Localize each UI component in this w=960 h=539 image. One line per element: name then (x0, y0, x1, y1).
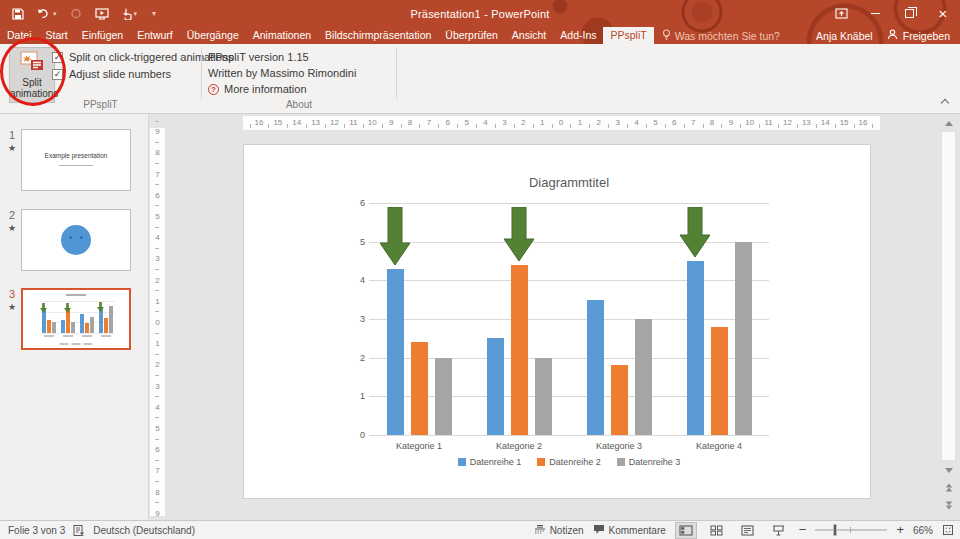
bar-datenreihe-3-cat2[interactable] (535, 358, 552, 435)
bar-datenreihe-1-cat3[interactable] (587, 300, 604, 435)
legend-item-datenreihe-2[interactable]: Datenreihe 2 (537, 457, 601, 467)
scroll-down-button[interactable] (941, 463, 956, 477)
language-status[interactable]: Deutsch (Deutschland) (93, 525, 195, 536)
tab-animationen[interactable]: Animationen (246, 27, 318, 44)
customize-qat-icon[interactable]: ▾ (152, 9, 156, 18)
mini-down-arrow-shape (64, 299, 71, 317)
slide-thumbnail-1[interactable]: Example presentation (21, 129, 131, 191)
tab--berpr-fen[interactable]: Überprüfen (438, 27, 505, 44)
undo-dropdown-caret[interactable]: ▾ (53, 10, 57, 18)
tab-entwurf[interactable]: Entwurf (130, 27, 180, 44)
normal-view-button[interactable] (675, 522, 697, 539)
undo-icon[interactable]: ▾ (37, 8, 57, 19)
horizontal-ruler-active-area: 1615141312111098765432101234567891011121… (243, 116, 880, 130)
zoom-slider-thumb[interactable] (833, 524, 837, 536)
tab-ppsplit[interactable]: PPspliT (603, 27, 653, 44)
vertical-ruler[interactable]: 9876543210123456789 (150, 128, 165, 516)
next-slide-button[interactable] (941, 498, 956, 512)
tab-add-ins[interactable]: Add-Ins (553, 27, 603, 44)
slide-editing-area[interactable]: Diagrammtitel 0123456Kategorie 1Kategori… (243, 144, 871, 499)
bar-datenreihe-3-cat3[interactable] (635, 319, 652, 435)
green-down-arrow-shape[interactable] (680, 207, 710, 261)
bar-datenreihe-1-cat4[interactable] (687, 261, 704, 435)
v-ruler-number: 6 (155, 445, 159, 454)
horizontal-ruler[interactable]: 1615141312111098765432101234567891011121… (150, 116, 938, 130)
tab-einf-gen[interactable]: Einfügen (75, 27, 130, 44)
slide-counter[interactable]: Folie 3 von 3 (8, 525, 65, 536)
zoom-slider[interactable] (815, 524, 887, 536)
y-axis-label: 0 (341, 430, 365, 440)
touch-mouse-mode-icon[interactable]: ▾ (122, 8, 138, 20)
h-ruler-number: 9 (729, 118, 733, 127)
bar-datenreihe-1-cat2[interactable] (487, 338, 504, 435)
save-icon[interactable] (12, 8, 24, 20)
chart-title[interactable]: Diagrammtitel (369, 175, 769, 190)
tab-start[interactable]: Start (39, 27, 75, 44)
previous-slide-button[interactable] (941, 480, 956, 494)
bar-datenreihe-3-cat4[interactable] (735, 242, 752, 435)
bar-datenreihe-2-cat1[interactable] (411, 342, 428, 435)
checkbox-row-1[interactable]: ✓Split on click-triggered animations (52, 49, 233, 65)
mini-category-label-placeholder (82, 335, 92, 337)
bar-datenreihe-1-cat1[interactable] (387, 269, 404, 435)
comments-toggle[interactable]: Kommentare (593, 524, 666, 537)
tab-datei[interactable]: Datei (0, 27, 39, 44)
minimize-button[interactable] (858, 0, 892, 27)
more-information-link[interactable]: ? More information (208, 81, 356, 97)
collapse-ribbon-icon[interactable] (942, 100, 949, 107)
h-ruler-number: 3 (502, 118, 506, 127)
slide-thumbnail-2[interactable] (21, 209, 131, 271)
y-axis-label: 6 (341, 198, 365, 208)
ruler-tick (155, 184, 159, 185)
zoom-in-button[interactable]: + (896, 525, 904, 535)
mini-category-label-placeholder (63, 335, 73, 337)
green-down-arrow-shape[interactable] (504, 207, 534, 265)
checkbox-2[interactable]: ✓ (52, 69, 63, 80)
scroll-up-button[interactable] (941, 116, 956, 130)
tab-bildschirmpr-sentation[interactable]: Bildschirmpräsentation (318, 27, 438, 44)
touch-mode-dropdown-caret[interactable]: ▾ (134, 10, 138, 18)
circle-eye (69, 236, 72, 239)
vertical-scrollbar[interactable] (939, 116, 958, 520)
bar-datenreihe-2-cat4[interactable] (711, 327, 728, 435)
split-animations-button[interactable]: Split animations (9, 47, 55, 103)
gridline (369, 319, 769, 320)
restore-button[interactable] (892, 0, 926, 27)
ruler-tick (155, 290, 159, 291)
fit-to-window-icon[interactable] (942, 524, 954, 536)
legend-item-datenreihe-1[interactable]: Datenreihe 1 (458, 457, 522, 467)
notes-label: Notizen (550, 525, 584, 536)
proofing-status-icon[interactable] (73, 524, 85, 536)
chart-legend[interactable]: Datenreihe 1Datenreihe 2Datenreihe 3 (369, 457, 769, 467)
checkbox-1[interactable]: ✓ (52, 52, 63, 63)
ribbon-display-options-icon[interactable] (824, 0, 858, 27)
reading-view-button[interactable] (737, 522, 759, 539)
more-information-label: More information (224, 83, 307, 95)
notes-toggle[interactable]: Notizen (534, 524, 584, 536)
slide-thumbnail-3[interactable] (21, 288, 131, 350)
legend-label: Datenreihe 1 (470, 457, 522, 467)
zoom-out-button[interactable]: − (799, 525, 807, 535)
gridline (369, 435, 769, 436)
zoom-percentage[interactable]: 66% (913, 525, 933, 536)
tab--berg-nge[interactable]: Übergänge (180, 27, 246, 44)
close-button[interactable]: × (926, 0, 960, 27)
bar-datenreihe-3-cat1[interactable] (435, 358, 452, 435)
slide-sorter-view-button[interactable] (706, 522, 728, 539)
chart-plot-area[interactable]: 0123456Kategorie 1Kategorie 2Kategorie 3… (369, 203, 769, 435)
checkbox-row-2[interactable]: ✓Adjust slide numbers (52, 66, 233, 82)
mini-down-arrow-shape (40, 299, 47, 317)
green-down-arrow-shape[interactable] (380, 207, 410, 269)
tell-me-box[interactable]: Was möchten Sie tun? (654, 27, 788, 44)
bar-datenreihe-2-cat2[interactable] (511, 265, 528, 435)
start-slideshow-icon[interactable] (95, 8, 109, 20)
share-button[interactable]: Freigeben (887, 29, 950, 42)
scrollbar-track[interactable] (941, 131, 956, 461)
slideshow-view-button[interactable] (768, 522, 790, 539)
h-ruler-number: 2 (597, 118, 601, 127)
legend-item-datenreihe-3[interactable]: Datenreihe 3 (617, 457, 681, 467)
bar-datenreihe-2-cat3[interactable] (611, 365, 628, 435)
ruler-tick (401, 124, 402, 128)
user-name[interactable]: Anja Knäbel (816, 30, 873, 42)
tab-ansicht[interactable]: Ansicht (505, 27, 553, 44)
